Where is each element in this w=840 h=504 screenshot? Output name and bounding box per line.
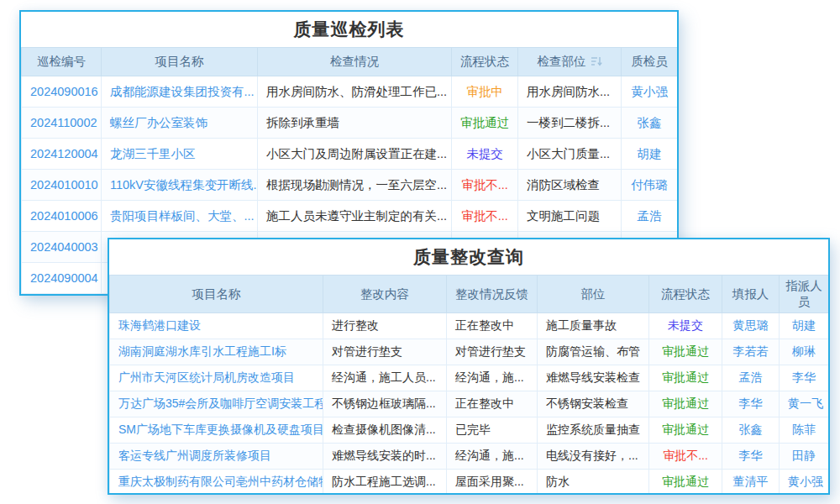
cell-reporter: 张鑫 xyxy=(722,417,780,444)
cell-rectify-feedback: 正在整改中 xyxy=(447,313,538,339)
cell-inspection-id: 2024090004 xyxy=(22,263,102,294)
cell-inspection-id: 2024120004 xyxy=(22,139,102,170)
assignee-link[interactable]: 黄一飞 xyxy=(788,396,823,410)
cell-inspection-id: 2024090016 xyxy=(22,76,102,108)
cell-inspector: 张鑫 xyxy=(622,108,678,139)
table-row: 2024110002 螺丝厂办公室装饰 拆除到承重墙 审批通过 一楼到二楼拆..… xyxy=(22,108,678,139)
cell-rectify-content: 对管进行垫支 xyxy=(323,339,447,365)
cell-assignee: 柳琳 xyxy=(780,339,829,365)
project-name-link[interactable]: 珠海鹤港口建设 xyxy=(118,318,201,332)
project-name-link[interactable]: 成都能源建设集团投资有... xyxy=(110,85,255,98)
reporter-link[interactable]: 孟浩 xyxy=(739,370,763,384)
assignee-link[interactable]: 柳琳 xyxy=(792,344,816,358)
cell-inspection-id: 2024010010 xyxy=(22,170,102,201)
header-rectify-feedback: 整改情况反馈 xyxy=(447,276,538,313)
table-row: SM广场地下车库更换摄像机及硬盘项目 检查摄像机图像清... 已完毕 监控系统质… xyxy=(110,417,829,444)
inspection-id-link[interactable]: 2024090016 xyxy=(30,85,98,98)
project-name-link[interactable]: SM广场地下车库更换摄像机及硬盘项目 xyxy=(118,423,323,436)
cell-assignee: 黄一飞 xyxy=(780,391,829,417)
cell-rectify-content: 不锈钢边框玻璃隔... xyxy=(323,391,447,417)
cell-flow-status: 审批不... xyxy=(649,444,722,470)
table-row: 珠海鹤港口建设 进行整改 正在整改中 施工质量事故 未提交 黄思璐 胡建 xyxy=(110,313,829,339)
assignee-link[interactable]: 田静 xyxy=(792,449,816,462)
inspector-link[interactable]: 张鑫 xyxy=(638,116,662,129)
cell-inspection-id: 2024040003 xyxy=(22,232,102,263)
cell-part: 防腐管运输、布管 xyxy=(538,339,649,365)
header-inspector: 质检员 xyxy=(622,48,678,76)
table-row: 2024010010 110kV安徽线程集变开断线... 根据现场勘测情况，一至… xyxy=(22,170,678,201)
header-assignee: 指派人员 xyxy=(780,276,829,313)
assignee-link[interactable]: 胡建 xyxy=(792,318,816,332)
inspection-id-link[interactable]: 2024010006 xyxy=(30,209,98,223)
cell-check-part: 文明施工问题 xyxy=(518,201,622,232)
cell-part: 监控系统质量抽查 xyxy=(538,417,649,444)
project-name-link[interactable]: 万达广场35#会所及咖啡厅空调安装工程 xyxy=(118,396,323,410)
reporter-link[interactable]: 黄思璐 xyxy=(733,318,769,332)
cell-assignee: 陈菲 xyxy=(780,417,829,444)
table-row: 2024090016 成都能源建设集团投资有... 用水房间防水、防滑处理工作已… xyxy=(22,76,678,108)
cell-flow-status: 审批通过 xyxy=(649,339,722,365)
cell-rectify-content: 防水工程施工选调... xyxy=(323,470,447,496)
inspection-id-link[interactable]: 2024110002 xyxy=(30,116,97,129)
cell-inspection-id: 2024010006 xyxy=(22,201,102,232)
inspector-link[interactable]: 胡建 xyxy=(638,147,662,160)
cell-assignee: 黄小强 xyxy=(780,470,829,496)
cell-check-situation: 小区大门及周边附属设置正在建... xyxy=(258,139,452,170)
table-row: 广州市天河区统计局机房改造项目 经沟通，施工人员... 经沟通，施... 难燃导… xyxy=(110,365,829,391)
cell-project-name: 贵阳项目样板间、大堂、... xyxy=(102,201,258,232)
project-name-link[interactable]: 重庆太极制药有限公司亳州中药材仓储物流 xyxy=(118,475,323,488)
project-name-link[interactable]: 湖南洞庭湖水库引水工程施工I标 xyxy=(118,344,286,358)
header-rectify-content: 整改内容 xyxy=(323,276,447,313)
header-check-part[interactable]: 检查部位 xyxy=(518,48,622,76)
cell-part: 不锈钢安装检查 xyxy=(538,391,649,417)
cell-flow-status: 未提交 xyxy=(452,139,518,170)
table-row: 2024010006 贵阳项目样板间、大堂、... 施工人员未遵守业主制定的有关… xyxy=(22,201,678,232)
cell-project-name: 重庆太极制药有限公司亳州中药材仓储物流 xyxy=(110,470,323,496)
inspector-link[interactable]: 付伟璐 xyxy=(631,178,668,192)
assignee-link[interactable]: 陈菲 xyxy=(792,423,816,436)
reporter-link[interactable]: 董清平 xyxy=(733,475,769,488)
project-name-link[interactable]: 客运专线广州调度所装修项目 xyxy=(118,449,271,462)
cell-part: 施工质量事故 xyxy=(538,313,649,339)
assignee-link[interactable]: 李华 xyxy=(792,370,816,384)
inspection-id-link[interactable]: 2024090004 xyxy=(30,271,98,285)
cell-reporter: 李华 xyxy=(722,391,780,417)
cell-reporter: 董清平 xyxy=(722,470,780,496)
table-row: 重庆太极制药有限公司亳州中药材仓储物流 防水工程施工选调... 屋面采用聚...… xyxy=(110,470,829,496)
cell-flow-status: 审批通过 xyxy=(649,391,722,417)
rectification-header-row: 项目名称 整改内容 整改情况反馈 部位 流程状态 填报人 指派人员 xyxy=(110,276,829,313)
cell-flow-status: 未提交 xyxy=(649,313,722,339)
cell-rectify-content: 检查摄像机图像清... xyxy=(323,417,447,444)
project-name-link[interactable]: 螺丝厂办公室装饰 xyxy=(110,116,207,129)
cell-rectify-feedback: 经沟通，施... xyxy=(447,444,538,470)
header-project-name: 项目名称 xyxy=(110,276,323,313)
project-name-link[interactable]: 龙湖三千里小区 xyxy=(110,147,196,160)
header-reporter: 填报人 xyxy=(722,276,780,313)
project-name-link[interactable]: 110kV安徽线程集变开断线... xyxy=(110,178,258,192)
project-name-link[interactable]: 广州市天河区统计局机房改造项目 xyxy=(118,370,295,384)
project-name-link[interactable]: 贵阳项目样板间、大堂、... xyxy=(110,209,255,223)
assignee-link[interactable]: 黄小强 xyxy=(788,475,823,488)
cell-reporter: 李华 xyxy=(722,444,780,470)
cell-project-name: 客运专线广州调度所装修项目 xyxy=(110,444,323,470)
rectification-window: 质量整改查询 项目名称 整改内容 整改情况反馈 部位 流程状态 填报人 指派人员… xyxy=(108,238,830,495)
inspection-id-link[interactable]: 2024120004 xyxy=(30,147,98,160)
sort-descending-icon[interactable] xyxy=(591,55,602,69)
cell-check-situation: 施工人员未遵守业主制定的有关... xyxy=(258,201,452,232)
inspector-link[interactable]: 孟浩 xyxy=(638,209,662,223)
reporter-link[interactable]: 李若若 xyxy=(733,344,769,358)
cell-check-situation: 根据现场勘测情况，一至六层空... xyxy=(258,170,452,201)
reporter-link[interactable]: 李华 xyxy=(739,449,763,462)
reporter-link[interactable]: 张鑫 xyxy=(739,423,763,436)
cell-check-part: 小区大门质量... xyxy=(518,139,622,170)
table-row: 万达广场35#会所及咖啡厅空调安装工程 不锈钢边框玻璃隔... 正在整改中 不锈… xyxy=(110,391,829,417)
reporter-link[interactable]: 李华 xyxy=(739,396,763,410)
inspector-link[interactable]: 黄小强 xyxy=(631,85,668,98)
cell-rectify-feedback: 屋面采用聚... xyxy=(447,470,538,496)
rectification-window-title: 质量整改查询 xyxy=(109,239,828,275)
inspection-header-row: 巡检编号 项目名称 检查情况 流程状态 检查部位 质检员 xyxy=(22,48,678,76)
cell-project-name: SM广场地下车库更换摄像机及硬盘项目 xyxy=(110,417,323,444)
inspection-id-link[interactable]: 2024010010 xyxy=(30,178,98,192)
cell-project-name: 广州市天河区统计局机房改造项目 xyxy=(110,365,323,391)
inspection-id-link[interactable]: 2024040003 xyxy=(30,240,98,254)
